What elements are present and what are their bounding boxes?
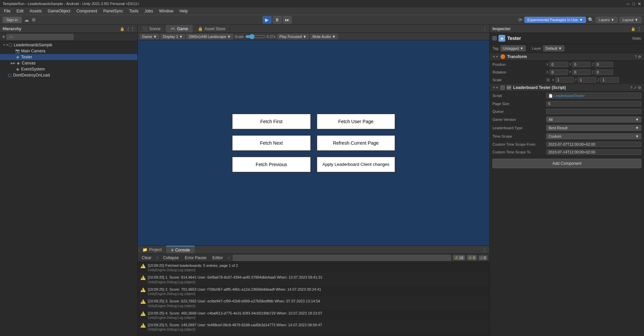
menu-help[interactable]: Help — [177, 8, 190, 14]
console-row[interactable]: [10:09:25] 3. Score: 623,7662 User: ecfd… — [138, 297, 489, 309]
tab-project[interactable]: 📁 Project — [138, 246, 166, 253]
collapse-button[interactable]: Collapse — [161, 255, 181, 261]
menu-jobs[interactable]: Jobs — [142, 8, 156, 14]
rotation-x-input[interactable] — [550, 69, 568, 75]
tab-game[interactable]: 🎮 Game — [166, 25, 193, 33]
layer-dropdown[interactable]: Default ▼ — [543, 45, 564, 51]
tab-assetstore[interactable]: 🔒 Asset Store — [193, 25, 230, 33]
console-row[interactable]: [10:09:25] 4. Score: 460,3668 User: c4ba… — [138, 309, 489, 321]
transform-settings-button[interactable]: ⚙ — [638, 55, 641, 59]
layout-dropdown[interactable]: Layout ▼ — [619, 17, 641, 23]
rotation-y-input[interactable] — [572, 69, 591, 75]
menu-window[interactable]: Window — [157, 8, 176, 14]
console-row[interactable]: [10:09:25] 2. Score: 701,9653 User: f7d9… — [138, 286, 489, 297]
layer-label: Layer — [532, 46, 541, 50]
menu-component[interactable]: Component — [74, 8, 100, 14]
script-settings-button[interactable]: ⚙ — [638, 86, 641, 90]
close-button[interactable]: ✕ — [638, 1, 641, 6]
scale-x-input[interactable] — [555, 77, 574, 83]
script-active-checkbox[interactable] — [501, 86, 505, 90]
scale-slider[interactable] — [245, 34, 265, 39]
leaderboard-type-val: Best Result — [549, 126, 567, 130]
tree-item-canvas[interactable]: ▶ ◈ Canvas — [0, 60, 137, 66]
step-button[interactable]: ⏭ — [283, 16, 292, 23]
history-icon[interactable]: ⟳ — [518, 17, 522, 22]
position-y-input[interactable] — [572, 62, 591, 67]
game-resolution-dropdown[interactable]: 2960x1440 Landscape ▼ — [186, 34, 233, 39]
position-x-input[interactable] — [550, 62, 568, 67]
apply-leaderboard-button[interactable]: Apply Leaderboard Client changes — [316, 156, 395, 173]
editor-button[interactable]: Editor — [210, 255, 225, 261]
menu-assets[interactable]: Assets — [27, 8, 44, 14]
page-size-input[interactable] — [546, 101, 641, 106]
game-displaymode-dropdown[interactable]: Display 1 ▼ — [161, 34, 185, 39]
tree-item-leaderboardssample[interactable]: ▼ ⬡ LeaderboardsSample ⋮ — [0, 42, 137, 48]
hierarchy-search-input[interactable] — [6, 34, 74, 40]
game-playmode-dropdown[interactable]: Play Focused ▼ — [277, 34, 309, 39]
game-audio-dropdown[interactable]: Mute Audio ▼ — [310, 34, 338, 39]
minimize-button[interactable]: ─ — [627, 1, 630, 6]
page-size-value — [546, 101, 641, 106]
console-row-icon — [140, 287, 146, 292]
game-version-dropdown[interactable]: All ▼ — [546, 116, 641, 123]
script-expand-button[interactable]: ⤢ — [634, 86, 637, 90]
hierarchy-options-button[interactable]: ⋮ — [126, 26, 135, 31]
game-display-dropdown[interactable]: Game ▼ — [140, 34, 159, 39]
settings-icon[interactable]: ⚙ — [32, 17, 36, 22]
hierarchy-add-button[interactable]: + — [2, 34, 5, 40]
menu-edit[interactable]: Edit — [14, 8, 26, 14]
menu-gameobject[interactable]: GameObject — [45, 8, 73, 14]
scale-z-input[interactable] — [600, 77, 619, 83]
leaderboard-type-dropdown[interactable]: Best Result ▼ — [546, 125, 641, 131]
tab-console[interactable]: ≡ Console — [166, 246, 195, 253]
play-button[interactable]: ▶ — [263, 16, 271, 23]
menu-tools[interactable]: Tools — [126, 8, 141, 14]
script-help-button[interactable]: ? — [630, 86, 632, 90]
clear-button[interactable]: Clear — [140, 255, 154, 261]
transform-help-button[interactable]: ? — [635, 55, 637, 59]
console-row[interactable]: [10:09:25] Fetched leaderboards: 5 entri… — [138, 262, 489, 274]
tree-item-tester[interactable]: ◈ Tester — [0, 54, 137, 60]
custom-to-input[interactable] — [546, 149, 641, 155]
hierarchy-lock-button[interactable] — [120, 26, 125, 31]
refresh-current-page-button[interactable]: Refresh Current Page — [316, 135, 395, 151]
tree-item-maincamera[interactable]: 📷 Main Camera — [0, 48, 137, 54]
pause-button[interactable]: ⏸ — [273, 16, 282, 23]
position-z-input[interactable] — [595, 62, 613, 67]
fetch-user-page-button[interactable]: Fetch User Page — [316, 113, 395, 130]
rotation-z-input[interactable] — [595, 69, 613, 75]
console-sub-text: UnityEngine.Debug:Log (object) — [148, 328, 322, 331]
inspector-options-button[interactable]: ⋮ — [637, 26, 641, 31]
error-pause-button[interactable]: Error Pause — [183, 255, 208, 261]
fetch-next-button[interactable]: Fetch Next — [232, 135, 311, 151]
fetch-previous-button[interactable]: Fetch Previous — [232, 156, 311, 173]
tag-dropdown[interactable]: Untagged ▼ — [501, 45, 526, 51]
tab-scene[interactable]: ⬛ Scene — [138, 25, 166, 33]
object-active-checkbox[interactable] — [492, 36, 497, 40]
bottom-tab-options[interactable]: ⋮ — [480, 247, 489, 252]
tree-item-dontdestroyonload[interactable]: ⬡ DontDestroyOnLoad ⋮ — [0, 72, 137, 78]
transform-section-header[interactable]: ▼ Transform ? ⚙ — [490, 53, 644, 61]
packages-dropdown[interactable]: Experimental Packages In Use ▼ — [524, 17, 586, 23]
tree-item-eventsystem[interactable]: ◈ EventSystem — [0, 66, 137, 72]
menu-file[interactable]: File — [1, 8, 13, 14]
inspector-lock-button[interactable] — [631, 26, 636, 31]
menu-parrelsync[interactable]: ParrelSync — [100, 8, 126, 14]
script-section-header[interactable]: ▼ C# Leaderboard Tester (Script) ? ⤢ ⚙ — [490, 84, 644, 92]
custom-from-input[interactable] — [546, 142, 641, 147]
time-scope-arrow: ▼ — [635, 134, 639, 138]
layers-dropdown[interactable]: Layers ▼ — [596, 17, 617, 23]
time-scope-dropdown[interactable]: Custom ▼ — [546, 133, 641, 139]
maximize-button[interactable]: □ — [632, 1, 635, 6]
console-search-input[interactable] — [233, 255, 451, 261]
console-row[interactable]: [10:09:25] 5. Score: 149,0997 User: fe48… — [138, 321, 489, 333]
view-tab-options[interactable]: ⋮ — [480, 27, 489, 31]
add-component-button[interactable]: Add Component — [492, 159, 641, 168]
sign-in-button[interactable]: Sign in — [3, 17, 22, 23]
scale-y-input[interactable] — [578, 77, 596, 83]
fetch-first-button[interactable]: Fetch First — [232, 113, 311, 130]
console-row[interactable]: [10:09:25] 1. Score: 814,4641 User: 6ef8… — [138, 274, 489, 285]
hierarchy-panel: Hierarchy ⋮ + ▼ ⬡ LeaderboardsSample ⋮ 📷… — [0, 25, 138, 336]
queue-input[interactable] — [546, 109, 641, 114]
search-icon[interactable]: 🔍 — [588, 17, 594, 22]
